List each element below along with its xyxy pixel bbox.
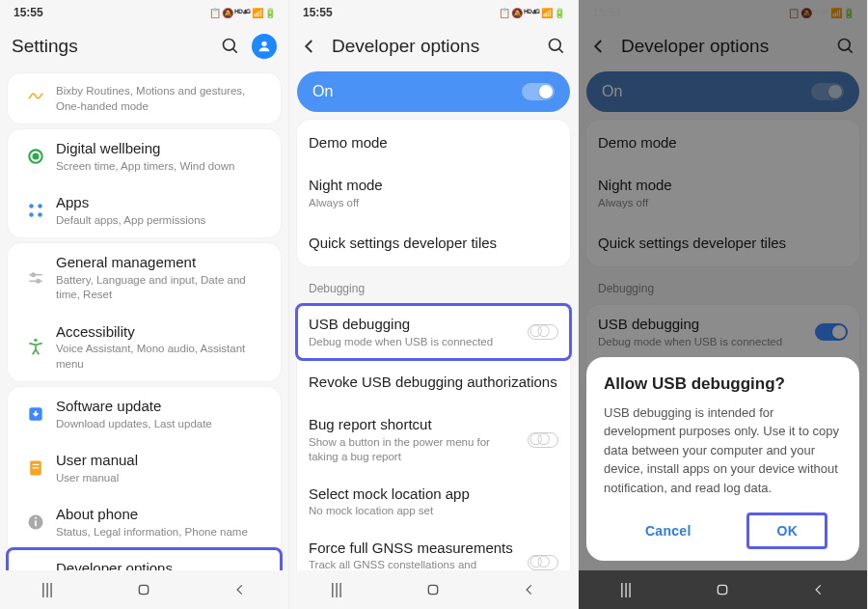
row-demo-mode[interactable]: Demo mode [297, 120, 570, 166]
row-sub: Status, Legal information, Phone name [56, 525, 269, 540]
svg-point-11 [32, 273, 35, 276]
profile-icon[interactable] [252, 34, 277, 59]
statusbar: 15:55 📋 🔕 ᴴᴰ ⁴ᴳ 📶 🔋 [289, 0, 578, 25]
nav-back[interactable] [812, 583, 826, 596]
nav-back[interactable] [523, 583, 536, 596]
statusbar: 15:55 📋 🔕 ᴴᴰ ⁴ᴳ 📶 🔋 [0, 0, 288, 25]
row-title: Developer options [56, 559, 269, 570]
row-about[interactable]: About phoneStatus, Legal information, Ph… [8, 495, 281, 549]
row-title: Select mock location app [309, 484, 558, 504]
svg-rect-21 [139, 585, 148, 594]
dialog-body: USB debugging is intended for developmen… [604, 403, 842, 498]
row-night-mode[interactable]: Night modeAlways off [297, 166, 570, 220]
svg-point-20 [35, 517, 37, 519]
row-title: Bug report shortcut [309, 415, 520, 434]
bug-report-toggle[interactable] [528, 432, 558, 448]
svg-point-4 [34, 154, 39, 159]
dialog-actions: Cancel OK [604, 512, 842, 549]
svg-point-22 [550, 40, 561, 51]
settings-list[interactable]: Bixby Routines, Motions and gestures, On… [0, 68, 288, 570]
screen-dialog: 15:55 📋 🔕 ᴴᴰ ⁴ᴳ 📶 🔋 Developer options On… [579, 0, 868, 609]
row-update[interactable]: Software updateDownload updates, Last up… [8, 387, 281, 441]
master-toggle[interactable] [522, 83, 555, 100]
manual-icon [19, 458, 52, 478]
navbar: ||| [579, 570, 867, 609]
row-developer-options[interactable]: Developer optionsDeveloper options [8, 549, 281, 570]
row-title: Night mode [309, 176, 558, 195]
nav-recents[interactable]: ||| [620, 581, 632, 598]
master-toggle-row[interactable]: On [297, 71, 570, 112]
row-sub: Always off [309, 196, 558, 211]
accessibility-icon [19, 337, 52, 356]
svg-line-23 [559, 49, 563, 53]
row-sub: Show a button in the power menu for taki… [309, 435, 520, 465]
row-sub: User manual [56, 471, 269, 486]
row-sub: Voice Assistant, Mono audio, Assistant m… [56, 342, 269, 372]
usb-debugging-dialog: Allow USB debugging? USB debugging is in… [586, 357, 859, 562]
svg-point-0 [224, 40, 235, 51]
apps-icon [19, 202, 52, 219]
navbar: ||| [289, 570, 578, 609]
row-title: General management [56, 253, 269, 272]
row-sub: Debug mode when USB is connected [309, 335, 520, 350]
back-icon[interactable] [301, 38, 318, 55]
nav-recents[interactable]: ||| [331, 581, 342, 598]
general-icon [19, 268, 52, 288]
screen-settings: 15:55 📋 🔕 ᴴᴰ ⁴ᴳ 📶 🔋 Settings Bixby Routi… [0, 0, 289, 609]
cancel-button[interactable]: Cancel [618, 515, 719, 546]
about-icon [19, 512, 52, 532]
svg-point-7 [29, 212, 34, 217]
search-icon[interactable] [221, 37, 240, 56]
svg-rect-16 [33, 464, 40, 465]
svg-rect-24 [428, 585, 437, 594]
row-bixby[interactable]: Bixby Routines, Motions and gestures, On… [8, 73, 281, 124]
row-title: Software update [56, 397, 269, 416]
row-title: Force full GNSS measurements [309, 539, 520, 558]
navbar: ||| [0, 570, 288, 609]
gnss-toggle[interactable] [528, 555, 558, 570]
page-title: Developer options [332, 36, 547, 57]
row-title: About phone [56, 505, 269, 524]
nav-home[interactable] [715, 582, 730, 597]
ok-button[interactable]: OK [746, 512, 827, 549]
status-icons: 📋 🔕 ᴴᴰ ⁴ᴳ 📶 🔋 [499, 8, 564, 18]
row-sub: Screen time, App timers, Wind down [56, 159, 269, 175]
row-sub: Default apps, App permissions [56, 213, 269, 229]
nav-home[interactable] [136, 582, 151, 597]
row-revoke-auth[interactable]: Revoke USB debugging authorizations [297, 359, 570, 405]
dev-list[interactable]: On Demo mode Night modeAlways off Quick … [289, 68, 578, 570]
row-title: Accessibility [56, 322, 269, 342]
screen-devoptions: 15:55 📋 🔕 ᴴᴰ ⁴ᴳ 📶 🔋 Developer options On… [289, 0, 579, 609]
nav-home[interactable] [425, 582, 441, 597]
dialog-title: Allow USB debugging? [604, 374, 842, 394]
nav-recents[interactable]: ||| [41, 581, 53, 598]
svg-line-1 [233, 49, 237, 53]
row-title: User manual [56, 451, 269, 470]
row-manual[interactable]: User manualUser manual [8, 441, 281, 495]
search-icon[interactable] [547, 37, 566, 56]
row-apps[interactable]: AppsDefault apps, App permissions [8, 183, 281, 237]
row-general[interactable]: General managementBattery, Language and … [8, 243, 281, 313]
svg-point-2 [261, 42, 266, 46]
svg-rect-19 [35, 520, 37, 526]
page-title: Settings [12, 36, 221, 57]
row-sub: No mock location app set [309, 504, 558, 519]
row-sub: Bixby Routines, Motions and gestures, On… [56, 84, 269, 114]
section-debugging: Debugging [295, 272, 572, 299]
row-title: Quick settings developer tiles [309, 234, 558, 253]
wellbeing-icon [19, 147, 52, 166]
row-gnss[interactable]: Force full GNSS measurementsTrack all GN… [297, 529, 570, 570]
row-wellbeing[interactable]: Digital wellbeingScreen time, App timers… [8, 129, 281, 183]
row-usb-debugging[interactable]: USB debuggingDebug mode when USB is conn… [297, 305, 570, 359]
row-mock-location[interactable]: Select mock location appNo mock location… [297, 475, 570, 529]
row-bug-report[interactable]: Bug report shortcutShow a button in the … [297, 405, 570, 475]
row-quick-tiles[interactable]: Quick settings developer tiles [297, 220, 570, 266]
row-accessibility[interactable]: AccessibilityVoice Assistant, Mono audio… [8, 313, 281, 382]
nav-back[interactable] [233, 583, 247, 596]
advanced-icon [19, 89, 52, 108]
update-icon [19, 404, 52, 424]
usb-debugging-toggle[interactable] [528, 324, 558, 340]
svg-point-6 [38, 204, 42, 208]
row-title: Digital wellbeing [56, 139, 269, 158]
svg-point-5 [29, 204, 34, 208]
